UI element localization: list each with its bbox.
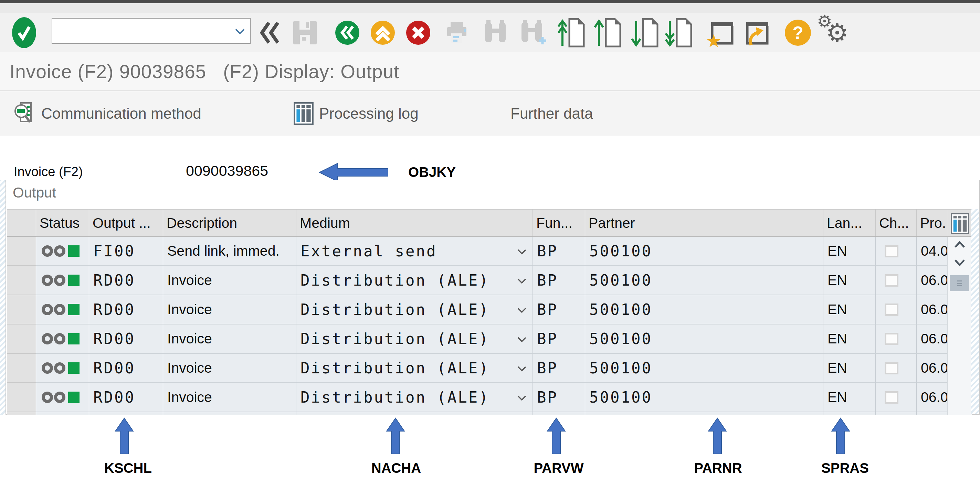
dropdown-icon[interactable] bbox=[517, 308, 526, 313]
command-input[interactable] bbox=[55, 21, 229, 41]
processing-date-cell[interactable]: 04.0 bbox=[917, 237, 947, 266]
medium-cell[interactable]: Distribution (ALE) bbox=[296, 383, 533, 412]
header-status[interactable]: Status bbox=[36, 210, 89, 236]
language-cell[interactable]: EN bbox=[823, 325, 876, 354]
change-checkbox[interactable] bbox=[885, 333, 899, 345]
language-cell[interactable]: EN bbox=[823, 237, 876, 266]
row-selector[interactable] bbox=[7, 383, 36, 412]
row-selector[interactable] bbox=[7, 325, 36, 354]
first-page-button[interactable] bbox=[555, 13, 589, 52]
output-type-cell[interactable]: RD00 bbox=[89, 383, 163, 412]
function-cell[interactable]: BP bbox=[533, 325, 585, 354]
back-button[interactable] bbox=[332, 13, 362, 52]
processing-date-cell[interactable]: 06.0 bbox=[917, 295, 947, 325]
description-cell[interactable]: Invoice bbox=[163, 266, 296, 295]
dropdown-icon[interactable] bbox=[517, 249, 526, 255]
medium-cell[interactable]: External send bbox=[296, 237, 533, 266]
row-selector[interactable] bbox=[7, 354, 36, 383]
processing-date-cell[interactable]: 06.0 bbox=[917, 354, 947, 383]
description-cell[interactable]: Send link, immed. bbox=[163, 237, 296, 266]
next-page-button[interactable] bbox=[629, 13, 662, 52]
customize-layout-button[interactable]: ⚙ ⚙ bbox=[815, 13, 852, 52]
output-type-cell[interactable]: RD00 bbox=[89, 325, 163, 354]
header-language[interactable]: Lan... bbox=[823, 210, 876, 236]
table-row[interactable]: RD00 Invoice Distribution (ALE) BP 50010… bbox=[7, 266, 971, 295]
language-cell[interactable]: EN bbox=[823, 266, 876, 295]
dropdown-icon[interactable] bbox=[517, 395, 526, 401]
last-page-button[interactable] bbox=[663, 13, 696, 52]
create-shortcut-button[interactable] bbox=[741, 13, 774, 52]
dropdown-icon[interactable] bbox=[517, 278, 526, 284]
header-function[interactable]: Fun... bbox=[533, 210, 585, 236]
partner-cell[interactable]: 500100 bbox=[585, 237, 823, 266]
enter-button[interactable] bbox=[10, 13, 38, 52]
new-session-button[interactable]: ★ bbox=[706, 13, 739, 52]
output-type-cell[interactable]: RD00 bbox=[89, 354, 163, 383]
partner-cell[interactable]: 500100 bbox=[585, 325, 823, 354]
header-selector[interactable] bbox=[7, 210, 36, 236]
output-type-cell[interactable]: RD00 bbox=[89, 295, 163, 325]
partner-cell[interactable]: 500100 bbox=[585, 383, 823, 412]
table-row[interactable]: RD00 Invoice Distribution (ALE) BP 50010… bbox=[7, 354, 971, 383]
table-row[interactable]: RD00 Invoice Distribution (ALE) BP 50010… bbox=[7, 295, 971, 325]
output-type-cell[interactable]: FI00 bbox=[89, 237, 163, 266]
function-cell[interactable]: BP bbox=[533, 266, 585, 295]
collapse-toolbar-button[interactable] bbox=[255, 13, 286, 52]
communication-method-button[interactable]: Communication method bbox=[14, 91, 201, 136]
scroll-up-icon[interactable] bbox=[954, 241, 966, 248]
change-checkbox[interactable] bbox=[885, 391, 899, 404]
header-processing[interactable]: Pro... bbox=[917, 210, 947, 236]
command-field[interactable] bbox=[52, 18, 251, 44]
command-dropdown-icon[interactable] bbox=[235, 28, 245, 34]
cancel-button[interactable] bbox=[403, 13, 433, 52]
change-checkbox[interactable] bbox=[885, 245, 899, 258]
description-cell[interactable]: Invoice bbox=[163, 383, 296, 412]
scrollbar-thumb[interactable] bbox=[950, 275, 969, 291]
dropdown-icon[interactable] bbox=[517, 337, 526, 342]
medium-cell[interactable]: Distribution (ALE) bbox=[296, 325, 533, 354]
function-cell[interactable]: BP bbox=[533, 237, 585, 266]
function-cell[interactable]: BP bbox=[533, 295, 585, 325]
processing-date-cell[interactable]: 06.0 bbox=[917, 325, 947, 354]
change-checkbox[interactable] bbox=[885, 362, 899, 374]
medium-cell[interactable]: Distribution (ALE) bbox=[296, 295, 533, 325]
change-checkbox[interactable] bbox=[885, 274, 899, 286]
language-cell[interactable]: EN bbox=[823, 354, 876, 383]
header-change[interactable]: Ch... bbox=[876, 210, 917, 236]
description-cell[interactable]: Invoice bbox=[163, 295, 296, 325]
scroll-down-icon[interactable] bbox=[954, 259, 966, 266]
partner-cell[interactable]: 500100 bbox=[585, 266, 823, 295]
medium-cell[interactable]: Distribution (ALE) bbox=[296, 354, 533, 383]
language-cell[interactable]: EN bbox=[823, 383, 876, 412]
find-button[interactable] bbox=[480, 13, 511, 52]
row-selector[interactable] bbox=[7, 295, 36, 325]
print-button[interactable] bbox=[441, 13, 472, 52]
find-next-button[interactable] bbox=[515, 13, 550, 52]
header-medium[interactable]: Medium bbox=[296, 210, 533, 236]
table-settings-button[interactable] bbox=[949, 212, 971, 236]
previous-page-button[interactable] bbox=[592, 13, 625, 52]
row-selector[interactable] bbox=[7, 237, 36, 266]
processing-date-cell[interactable]: 06.0 bbox=[917, 383, 947, 412]
description-cell[interactable]: Invoice bbox=[163, 354, 296, 383]
exit-button[interactable] bbox=[368, 13, 398, 52]
medium-cell[interactable]: Distribution (ALE) bbox=[296, 266, 533, 295]
table-row[interactable]: RD00 Invoice Distribution (ALE) BP 50010… bbox=[7, 325, 971, 354]
function-cell[interactable]: BP bbox=[533, 383, 585, 412]
header-partner[interactable]: Partner bbox=[585, 210, 823, 236]
partner-cell[interactable]: 500100 bbox=[585, 295, 823, 325]
output-type-cell[interactable]: RD00 bbox=[89, 266, 163, 295]
processing-date-cell[interactable]: 06.0 bbox=[917, 266, 947, 295]
language-cell[interactable]: EN bbox=[823, 295, 876, 325]
table-row[interactable]: RD00 Invoice Distribution (ALE) BP 50010… bbox=[7, 383, 971, 412]
header-output-type[interactable]: Output ... bbox=[89, 210, 163, 236]
description-cell[interactable]: Invoice bbox=[163, 325, 296, 354]
dropdown-icon[interactable] bbox=[517, 366, 526, 372]
function-cell[interactable]: BP bbox=[533, 354, 585, 383]
table-row[interactable]: FI00 Send link, immed. External send BP … bbox=[7, 237, 971, 266]
save-button[interactable] bbox=[288, 13, 321, 52]
row-selector[interactable] bbox=[7, 266, 36, 295]
further-data-button[interactable]: Further data bbox=[511, 91, 593, 136]
processing-log-button[interactable]: Processing log bbox=[294, 91, 418, 136]
change-checkbox[interactable] bbox=[885, 304, 899, 316]
